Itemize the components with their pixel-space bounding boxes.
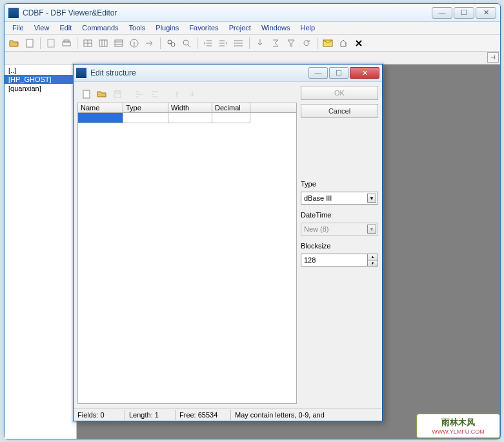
svg-line-18	[188, 45, 190, 47]
svg-rect-7	[99, 40, 107, 46]
cancel-button[interactable]: Cancel	[301, 104, 378, 118]
status-free: Free: 65534	[176, 410, 231, 420]
open-file-icon[interactable]	[96, 88, 108, 101]
svg-point-19	[234, 40, 236, 41]
print-icon[interactable]	[59, 36, 74, 50]
new-icon[interactable]	[23, 36, 37, 50]
svg-rect-23	[83, 90, 90, 98]
menu-plugins[interactable]: Plugins	[150, 22, 184, 34]
svg-text:i: i	[134, 39, 135, 47]
sidebar-item-quanxian[interactable]: [quanxian]	[5, 84, 76, 93]
find-next-icon[interactable]	[179, 36, 194, 50]
grid2-icon[interactable]	[96, 36, 110, 50]
svg-rect-25	[116, 91, 119, 94]
tabbar: ⊣	[5, 52, 500, 65]
grid-body[interactable]	[78, 113, 296, 403]
blocksize-spinner[interactable]: 128 ▲ ▼	[301, 254, 378, 266]
outdent-icon[interactable]	[201, 36, 215, 50]
dialog-title: Edit structure	[90, 68, 136, 77]
watermark: 雨林木风 WWW.YLMFU.COM	[416, 414, 500, 438]
field-grid[interactable]: Name Type Width Decimal	[77, 103, 297, 404]
selected-cell[interactable]	[78, 113, 123, 123]
dialog-close-button[interactable]: ✕	[350, 67, 379, 79]
menu-tools[interactable]: Tools	[124, 22, 151, 34]
edit-structure-dialog: Edit structure — ☐ ✕ Name Ty	[73, 64, 383, 421]
menu-windows[interactable]: Windows	[256, 22, 296, 34]
blocksize-label: Blocksize	[301, 242, 378, 250]
close-button[interactable]: ✕	[476, 7, 496, 19]
minimize-button[interactable]: —	[432, 7, 452, 19]
main-titlebar: CDBF - DBF Viewer&Editor — ☐ ✕	[5, 4, 500, 22]
app-title: CDBF - DBF Viewer&Editor	[23, 8, 117, 17]
dialog-minimize-button[interactable]: —	[308, 67, 328, 79]
col-name[interactable]: Name	[78, 103, 123, 112]
app-icon	[8, 8, 19, 18]
svg-rect-10	[115, 40, 123, 46]
menu-favorites[interactable]: Favorites	[184, 22, 223, 34]
find-icon[interactable]	[164, 36, 178, 50]
chevron-down-icon[interactable]: ▼	[367, 194, 376, 203]
svg-point-16	[171, 43, 175, 46]
col-width[interactable]: Width	[168, 103, 212, 112]
blank-page-icon[interactable]	[44, 36, 58, 50]
filter-icon[interactable]	[284, 36, 298, 50]
dialog-maximize-button[interactable]: ☐	[329, 67, 348, 79]
menu-help[interactable]: Help	[296, 22, 321, 34]
status-hint: May contain letters, 0-9, and	[231, 410, 382, 420]
col-decimal[interactable]: Decimal	[212, 103, 250, 112]
menu-project[interactable]: Project	[224, 22, 256, 34]
datetime-label: DateTime	[301, 211, 378, 219]
sum-icon[interactable]	[268, 36, 283, 50]
home-icon[interactable]	[336, 36, 350, 50]
sidebar-item-up[interactable]: [..]	[5, 66, 76, 75]
arrow-right-icon[interactable]	[143, 36, 157, 50]
refresh-icon[interactable]	[299, 36, 314, 50]
grid-header: Name Type Width Decimal	[78, 103, 296, 113]
svg-point-20	[234, 43, 236, 44]
type-label: Type	[301, 180, 378, 188]
type-select[interactable]: dBase III ▼	[301, 192, 378, 205]
move-up-icon	[170, 88, 183, 101]
ok-button[interactable]: OK	[301, 86, 378, 100]
col-extra	[250, 103, 296, 112]
mail-icon[interactable]	[321, 36, 335, 50]
spin-up-icon[interactable]: ▲	[368, 254, 378, 261]
save-icon	[111, 88, 124, 101]
chevron-down-icon: ▼	[367, 225, 376, 234]
insert-row-icon	[133, 88, 146, 101]
svg-point-21	[234, 45, 236, 46]
dialog-icon	[76, 68, 86, 78]
new-file-icon[interactable]	[80, 88, 93, 101]
menu-edit[interactable]: Edit	[54, 22, 77, 34]
main-toolbar: i	[5, 35, 500, 52]
grid1-icon[interactable]	[81, 36, 95, 50]
menu-commands[interactable]: Commands	[77, 22, 123, 34]
indent-icon[interactable]	[216, 36, 230, 50]
pin-button[interactable]: ⊣	[487, 52, 499, 63]
spin-down-icon[interactable]: ▼	[368, 261, 378, 266]
svg-rect-3	[64, 40, 69, 42]
col-type[interactable]: Type	[123, 103, 168, 112]
move-down-icon	[186, 88, 199, 101]
sidebar: [..] [HP_GHOST] [quanxian]	[5, 65, 77, 439]
menu-view[interactable]: View	[29, 22, 55, 34]
dialog-toolbar	[77, 86, 297, 103]
close-doc-icon[interactable]	[352, 36, 366, 50]
delete-row-icon	[148, 88, 161, 101]
info-icon[interactable]: i	[127, 36, 141, 50]
sort-down-icon[interactable]	[253, 36, 267, 50]
datetime-select: New (8) ▼	[301, 223, 378, 236]
status-fields: Fields: 0	[74, 410, 125, 420]
svg-rect-0	[26, 39, 33, 47]
sidebar-item-hp-ghost[interactable]: [HP_GHOST]	[5, 75, 76, 84]
status-length: Length: 1	[125, 410, 176, 420]
svg-rect-2	[63, 42, 70, 46]
grid3-icon[interactable]	[112, 36, 126, 50]
menubar: File View Edit Commands Tools Plugins Fa…	[5, 22, 500, 35]
dialog-statusbar: Fields: 0 Length: 1 Free: 65534 May cont…	[74, 408, 382, 421]
dialog-titlebar: Edit structure — ☐ ✕	[74, 65, 382, 82]
open-icon[interactable]	[7, 36, 21, 50]
maximize-button[interactable]: ☐	[454, 7, 474, 19]
menu-file[interactable]: File	[7, 22, 29, 34]
list-icon[interactable]	[232, 36, 246, 50]
